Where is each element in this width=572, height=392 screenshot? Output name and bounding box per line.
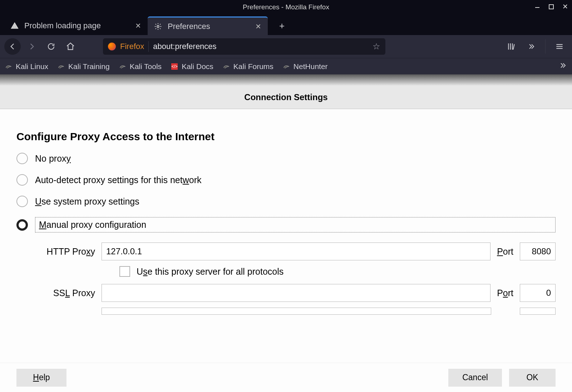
dialog-title: Connection Settings [0, 86, 572, 109]
ok-button[interactable]: OK [509, 369, 556, 387]
dragon-icon [119, 63, 126, 70]
dragon-icon [58, 63, 65, 70]
ftp-port-input[interactable] [520, 308, 556, 315]
http-proxy-input[interactable] [102, 242, 490, 260]
home-button[interactable] [62, 38, 79, 55]
tab-close-icon[interactable]: ✕ [135, 21, 141, 30]
bookmark-label: Kali Forums [233, 62, 273, 71]
tab-problem-loading[interactable]: Problem loading page ✕ [4, 16, 148, 35]
tab-close-icon[interactable]: ✕ [255, 22, 261, 31]
window-controls [534, 3, 568, 11]
bookmark-kali-docs[interactable]: </> Kali Docs [171, 62, 213, 71]
dragon-icon [283, 63, 290, 70]
radio-icon[interactable] [16, 196, 28, 207]
http-port-input[interactable] [520, 242, 556, 260]
radio-label: No proxy [35, 153, 71, 164]
bookmark-label: Kali Docs [182, 62, 213, 71]
dragon-icon [223, 63, 230, 70]
connection-settings-dialog: Connection Settings Configure Proxy Acce… [0, 86, 572, 392]
divider [545, 39, 546, 54]
ftp-proxy-input[interactable] [102, 308, 491, 315]
maximize-icon[interactable] [548, 3, 554, 11]
tab-label: Problem loading page [24, 21, 101, 30]
url-text: about:preferences [153, 42, 216, 51]
bookmark-kali-linux[interactable]: Kali Linux [5, 62, 48, 71]
bookmark-star-icon[interactable]: ☆ [373, 41, 380, 52]
navbar: Firefox about:preferences ☆ [0, 35, 572, 58]
tab-label: Preferences [168, 22, 210, 31]
ssl-port-label: Port [497, 288, 513, 298]
firefox-logo-icon [108, 43, 116, 50]
bookmark-label: Kali Tools [130, 62, 162, 71]
radio-icon[interactable] [16, 219, 28, 231]
cancel-button[interactable]: Cancel [448, 369, 502, 387]
tabbar: Problem loading page ✕ Preferences ✕ + [0, 14, 572, 35]
window-title: Preferences - Mozilla Firefox [243, 3, 329, 11]
hamburger-menu-button[interactable] [551, 38, 568, 55]
gear-icon [154, 23, 162, 30]
bookmark-kali-training[interactable]: Kali Training [58, 62, 110, 71]
svg-point-1 [157, 25, 159, 28]
ssl-proxy-label: SSL Proxy [38, 288, 95, 298]
radio-manual-proxy[interactable]: Manual proxy configuration [16, 217, 556, 232]
radio-icon[interactable] [16, 153, 28, 164]
radio-label: Use system proxy settings [35, 196, 139, 207]
reload-button[interactable] [43, 38, 59, 55]
tab-preferences[interactable]: Preferences ✕ [148, 16, 268, 35]
section-title: Configure Proxy Access to the Internet [16, 131, 556, 143]
bookmark-label: Kali Linux [16, 62, 48, 71]
titlebar: Preferences - Mozilla Firefox [0, 0, 572, 14]
dialog-body: Configure Proxy Access to the Internet N… [0, 109, 572, 363]
new-tab-button[interactable]: + [275, 16, 289, 35]
http-proxy-label: HTTP Proxy [38, 246, 95, 257]
ssl-proxy-input[interactable] [102, 284, 490, 302]
checkbox[interactable] [119, 266, 130, 277]
radio-auto-detect[interactable]: Auto-detect proxy settings for this netw… [16, 174, 556, 186]
warning-icon [11, 22, 19, 30]
minimize-icon[interactable] [534, 3, 541, 11]
divider [148, 41, 149, 52]
bookmark-label: Kali Training [68, 62, 110, 71]
dialog-footer: Help Cancel OK [0, 363, 572, 392]
radio-label: Auto-detect proxy settings for this netw… [35, 175, 202, 185]
proxy-fields: HTTP Proxy Port Use this proxy server fo… [38, 242, 556, 315]
forward-button[interactable] [24, 38, 40, 55]
radio-system-proxy[interactable]: Use system proxy settings [16, 196, 556, 207]
http-port-label: Port [497, 246, 513, 257]
bookmarks-bar: Kali Linux Kali Training Kali Tools </> … [0, 58, 572, 74]
bookmark-nethunter[interactable]: NetHunter [283, 62, 328, 71]
back-button[interactable] [4, 38, 21, 55]
content-shadow [0, 74, 572, 86]
identity-label: Firefox [120, 42, 144, 51]
library-button[interactable] [503, 38, 519, 55]
addressbar[interactable]: Firefox about:preferences ☆ [103, 38, 385, 55]
dragon-icon [5, 63, 12, 70]
overflow-button[interactable] [523, 38, 539, 55]
radio-icon[interactable] [16, 174, 28, 186]
bookmark-kali-tools[interactable]: Kali Tools [119, 62, 162, 71]
close-icon[interactable] [562, 3, 568, 11]
bookmarks-overflow-button[interactable] [558, 61, 567, 72]
radio-label: Manual proxy configuration [35, 217, 556, 232]
ssl-port-input[interactable] [520, 284, 556, 302]
bookmark-kali-forums[interactable]: Kali Forums [223, 62, 273, 71]
bookmark-label: NetHunter [294, 62, 328, 71]
docs-icon: </> [171, 63, 178, 70]
help-button[interactable]: Help [16, 369, 66, 387]
use-all-protocols-row[interactable]: Use this proxy server for all protocols [119, 266, 556, 277]
svg-rect-0 [549, 5, 553, 9]
checkbox-label: Use this proxy server for all protocols [137, 266, 283, 277]
radio-no-proxy[interactable]: No proxy [16, 153, 556, 164]
